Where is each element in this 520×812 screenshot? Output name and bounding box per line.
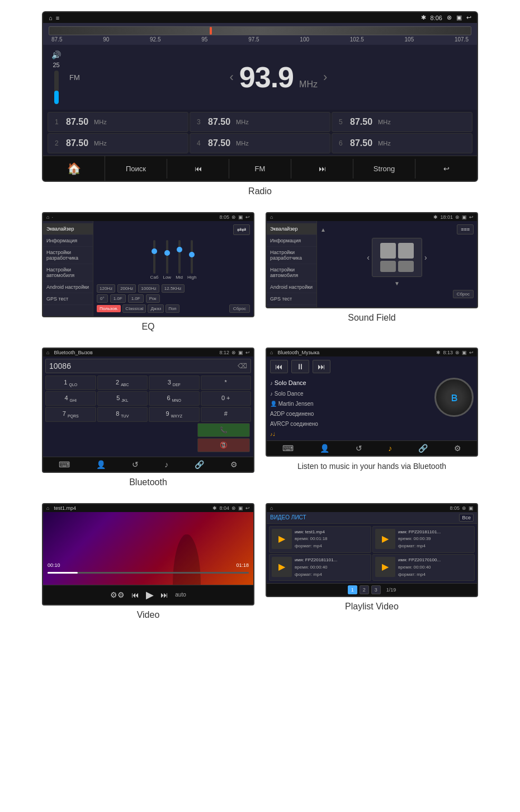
pv-item-2[interactable]: ▶ имя: FPZ20181101... время: 00:00:39 фо… — [372, 526, 475, 553]
eq-menu-car[interactable]: Настройки автомобиля — [43, 264, 93, 281]
freq-prev-button[interactable]: ‹ — [230, 70, 234, 85]
preset-3[interactable]: 3 87.50 MHz — [190, 112, 330, 132]
key-2[interactable]: 2 ABC — [97, 376, 148, 390]
sf-menu-info[interactable]: Информация — [267, 235, 316, 247]
eq-val-1f[interactable]: 1.0F — [110, 294, 126, 303]
pv-page-2-button[interactable]: 2 — [360, 585, 369, 594]
bt-music-next-button[interactable]: ⏭ — [313, 360, 330, 373]
sf-next-button[interactable]: › — [424, 253, 427, 262]
preset-6[interactable]: 6 87.50 MHz — [332, 133, 472, 153]
eq-menu-android[interactable]: Android настройки — [43, 281, 93, 293]
sf-menu-android[interactable]: Android настройки — [267, 281, 316, 293]
search-button[interactable]: Поиск — [105, 159, 167, 179]
bt-recents-icon[interactable]: ↺ — [132, 460, 139, 469]
preset-2[interactable]: 2 87.50 MHz — [48, 133, 188, 153]
sf-prev-button[interactable]: ‹ — [367, 253, 370, 262]
end-call-button[interactable]: 📵 — [197, 438, 250, 452]
eq-time: 8:05 — [219, 214, 229, 220]
bt-music-pause-button[interactable]: ⏸ — [291, 360, 309, 373]
sf-menu-car[interactable]: Настройки автомобиля — [267, 264, 316, 281]
btm-link-icon[interactable]: 🔗 — [418, 444, 428, 453]
bluetooth-music-col: ⌂ Bluetooth_Музыка ✱ 8:13 ⊗ ▣ ↩ ⏮ ⏸ ⏭ — [266, 348, 478, 497]
preset-4[interactable]: 4 87.50 MHz — [190, 133, 330, 153]
key-3[interactable]: 3 DEF — [149, 376, 200, 390]
btm-contacts-icon[interactable]: 👤 — [320, 444, 329, 453]
btm-recents-icon[interactable]: ↺ — [356, 444, 362, 453]
eq-menu-gps[interactable]: GPS тест — [43, 293, 93, 305]
eq-shuffle-button[interactable]: ⇄⇄ — [233, 224, 250, 235]
eq-knob-low[interactable] — [164, 250, 170, 256]
preset-5[interactable]: 5 87.50 MHz — [332, 112, 472, 132]
key-4[interactable]: 4 GHI — [45, 391, 96, 406]
pv-filter[interactable]: Все — [459, 514, 474, 522]
video-progress-bar[interactable] — [48, 572, 249, 574]
home-button[interactable]: 🏠 — [43, 156, 105, 181]
eq-knob-mid[interactable] — [177, 247, 182, 252]
video-play-button[interactable]: ▶ — [146, 589, 154, 601]
bt-keypad-icon[interactable]: ⌨ — [59, 460, 70, 469]
eq-freq-12k[interactable]: 12.5KHz — [162, 284, 185, 293]
key-8[interactable]: 8 TUV — [97, 407, 148, 421]
eq-menu-info[interactable]: Информация — [43, 235, 93, 247]
call-button[interactable]: 📞 — [197, 423, 250, 437]
eq-val-rok[interactable]: Рок — [146, 294, 160, 303]
key-6[interactable]: 6 MNO — [149, 391, 200, 406]
key-9[interactable]: 9 WXYZ — [149, 407, 200, 421]
key-5[interactable]: 5 JKL — [97, 391, 148, 406]
key-1[interactable]: 1 QLO — [45, 376, 96, 390]
pv-item-1[interactable]: ▶ имя: test1.mp4 время: 00:01:18 формат:… — [269, 526, 371, 553]
eq-menu-dev[interactable]: Настройки разработчика — [43, 247, 93, 264]
delete-button[interactable]: ⌫ — [238, 362, 247, 370]
eq-preset-pop[interactable]: Поп — [166, 304, 179, 313]
radio-freq-slider[interactable]: 87.5 90 92.5 95 97.5 100 102.5 105 107.5 — [43, 23, 477, 45]
btm-keypad-icon[interactable]: ⌨ — [282, 444, 294, 453]
pv-item-4[interactable]: ▶ имя: FPZ20170100... время: 00:00:40 фо… — [372, 554, 475, 581]
btm-music-icon[interactable]: ♪ — [388, 444, 392, 453]
pv-film-icon-2: ▶ — [382, 533, 389, 544]
pv-page-1-button[interactable]: 1 — [348, 585, 357, 594]
eq-knob-sub[interactable] — [152, 248, 157, 254]
prev-button[interactable]: ⏮ — [167, 159, 229, 179]
bt-settings-icon[interactable]: ⚙ — [230, 460, 238, 469]
eq-preset-classical[interactable]: Classical — [122, 304, 146, 313]
btm-settings-icon[interactable]: ⚙ — [454, 444, 461, 453]
eq-freq-200[interactable]: 200Hz — [117, 284, 136, 293]
eq-freq-1000[interactable]: 1000Hz — [138, 284, 159, 293]
eq-sidebar: Эквалайзер Информация Настройки разработ… — [43, 221, 93, 316]
eq-val-0[interactable]: 0° — [97, 294, 108, 303]
eq-preset-jazz[interactable]: Джаз — [148, 304, 164, 313]
pv-item-3[interactable]: ▶ имя: FPZ20181101... время: 00:00:40 фо… — [269, 554, 371, 581]
video-settings-button[interactable]: ⚙⚙ — [110, 590, 125, 599]
key-hash[interactable]: # — [201, 407, 252, 421]
bt-contacts-icon[interactable]: 👤 — [96, 460, 106, 469]
eq-menu-equalizer[interactable]: Эквалайзер — [43, 223, 93, 235]
key-0[interactable]: 0 + — [201, 391, 252, 406]
back-button[interactable]: ↩ — [415, 159, 477, 179]
bt-music-prev-button[interactable]: ⏮ — [270, 360, 288, 373]
sf-menu-equalizer[interactable]: Эквалайзер — [267, 223, 316, 235]
freq-label-3: 92.5 — [150, 36, 160, 43]
key-star[interactable]: * — [201, 376, 252, 390]
video-next-button[interactable]: ⏭ — [160, 590, 168, 599]
strong-button[interactable]: Strong — [353, 159, 415, 179]
next-button[interactable]: ⏭ — [291, 159, 353, 179]
preset-1[interactable]: 1 87.50 MHz — [48, 112, 188, 132]
bt-link-icon[interactable]: 🔗 — [195, 460, 204, 469]
eq-reset-button[interactable]: Сброс — [229, 304, 250, 313]
eq-val-1f2[interactable]: 1.0F — [128, 294, 144, 303]
sf-menu-dev[interactable]: Настройки разработчика — [267, 247, 316, 264]
freq-next-button[interactable]: › — [323, 70, 327, 85]
sf-equalizer-button[interactable]: ≡≡≡ — [457, 224, 474, 234]
eq-freq-120[interactable]: 120Hz — [97, 284, 115, 293]
slider-track[interactable] — [49, 26, 471, 35]
pv-page-3-button[interactable]: 3 — [371, 585, 381, 594]
bt-music-icon[interactable]: ♪ — [164, 460, 168, 469]
eq-preset-user[interactable]: Пользов. — [97, 305, 121, 312]
fm-button[interactable]: FM — [229, 159, 291, 179]
sf-reset-button[interactable]: Сброс — [453, 290, 474, 298]
video-prev-button[interactable]: ⏮ — [131, 590, 139, 599]
eq-knob-high[interactable] — [189, 252, 195, 257]
volume-bar[interactable] — [54, 71, 59, 104]
sf-menu-gps[interactable]: GPS тест — [267, 293, 316, 305]
key-7[interactable]: 7 PQRS — [45, 407, 96, 421]
